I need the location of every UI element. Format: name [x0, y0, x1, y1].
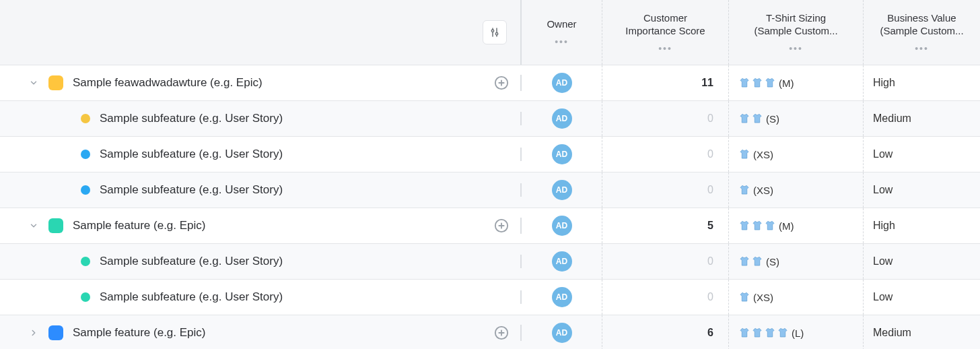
biz-cell[interactable]: High [864, 208, 980, 243]
owner-cell[interactable]: AD [522, 280, 602, 315]
row-label[interactable]: Sample subfeature (e.g. User Story) [100, 183, 510, 197]
row-label[interactable]: Sample feature (e.g. Epic) [73, 219, 493, 232]
tshirt-cell[interactable]: (XS) [729, 172, 864, 208]
svg-point-1 [491, 30, 493, 32]
score-cell[interactable]: 6 [602, 315, 729, 349]
owner-cell[interactable]: AD [522, 101, 602, 136]
color-swatch[interactable] [48, 325, 63, 340]
subfeature-row[interactable]: Sample subfeature (e.g. User Story)AD0 (… [0, 137, 980, 172]
avatar[interactable]: AD [552, 180, 572, 200]
score-cell[interactable]: 0 [602, 137, 729, 172]
avatar[interactable]: AD [552, 216, 572, 236]
row-title-cell[interactable]: Sample subfeature (e.g. User Story) [0, 255, 522, 268]
header-biz-col[interactable]: Business Value (Sample Custom... ••• [864, 0, 980, 65]
chevron-down-icon[interactable] [27, 76, 40, 90]
tshirt-icon [738, 291, 750, 303]
column-settings-button[interactable] [483, 20, 507, 44]
avatar[interactable]: AD [552, 108, 572, 129]
tshirt-cell[interactable]: (S) [729, 244, 864, 279]
biz-cell[interactable]: High [864, 65, 980, 100]
tshirt-cell[interactable]: (XS) [729, 280, 864, 315]
column-menu-icon[interactable]: ••• [555, 36, 569, 47]
owner-cell[interactable]: AD [522, 137, 602, 172]
owner-cell[interactable]: AD [522, 65, 602, 100]
row-title-cell[interactable]: Sample subfeature (e.g. User Story) [0, 112, 522, 125]
avatar[interactable]: AD [552, 287, 572, 307]
score-cell[interactable]: 0 [602, 172, 729, 208]
chevron-right-icon[interactable] [27, 326, 40, 340]
avatar[interactable]: AD [552, 144, 572, 164]
avatar[interactable]: AD [552, 73, 572, 93]
color-dot[interactable] [81, 257, 90, 266]
add-child-button[interactable] [493, 325, 510, 341]
biz-cell[interactable]: Low [864, 172, 980, 208]
column-menu-icon[interactable]: ••• [915, 43, 929, 54]
tshirt-cell[interactable]: (XS) [729, 137, 864, 172]
row-title-cell[interactable]: Sample feawadwadawture (e.g. Epic) [0, 75, 522, 91]
tshirt-icons [738, 220, 776, 232]
tshirt-icons [738, 113, 763, 125]
color-dot[interactable] [81, 292, 90, 302]
row-title-cell[interactable]: Sample subfeature (e.g. User Story) [0, 290, 522, 304]
column-menu-icon[interactable]: ••• [789, 43, 803, 54]
add-child-button[interactable] [493, 218, 510, 234]
subfeature-row[interactable]: Sample subfeature (e.g. User Story)AD0 (… [0, 172, 980, 208]
row-label[interactable]: Sample subfeature (e.g. User Story) [100, 290, 510, 304]
color-swatch[interactable] [48, 218, 63, 233]
score-cell[interactable]: 5 [602, 208, 729, 243]
score-cell[interactable]: 0 [602, 244, 729, 279]
tshirt-icons [738, 77, 776, 89]
row-label[interactable]: Sample feature (e.g. Epic) [73, 326, 493, 340]
epic-row[interactable]: Sample feawadwadawture (e.g. Epic)AD11 (… [0, 65, 980, 101]
tshirt-size-label: (M) [779, 77, 794, 89]
header-title-col [0, 0, 522, 65]
subfeature-row[interactable]: Sample subfeature (e.g. User Story)AD0 (… [0, 101, 980, 137]
tshirt-cell[interactable]: (M) [729, 208, 864, 243]
biz-cell[interactable]: Medium [864, 101, 980, 136]
owner-cell[interactable]: AD [522, 208, 602, 243]
row-label[interactable]: Sample subfeature (e.g. User Story) [100, 148, 510, 161]
row-label[interactable]: Sample feawadwadawture (e.g. Epic) [73, 76, 493, 90]
row-label[interactable]: Sample subfeature (e.g. User Story) [100, 255, 510, 268]
row-title-cell[interactable]: Sample subfeature (e.g. User Story) [0, 183, 522, 197]
chevron-down-icon[interactable] [27, 219, 40, 232]
tshirt-cell[interactable]: (S) [729, 101, 864, 136]
avatar[interactable]: AD [552, 323, 572, 343]
tshirt-cell[interactable]: (M) [729, 65, 864, 100]
biz-cell[interactable]: Low [864, 280, 980, 315]
tshirt-value: (M) [738, 220, 794, 232]
color-dot[interactable] [81, 114, 90, 123]
row-title-cell[interactable]: Sample feature (e.g. Epic) [0, 325, 522, 341]
color-swatch[interactable] [48, 75, 63, 90]
tshirt-icon [764, 77, 776, 89]
color-dot[interactable] [81, 150, 90, 159]
header-score-col[interactable]: Customer Importance Score ••• [602, 0, 729, 65]
owner-cell[interactable]: AD [522, 172, 602, 208]
add-child-button[interactable] [493, 75, 510, 91]
color-dot[interactable] [81, 185, 90, 195]
score-value: 0 [707, 255, 713, 267]
row-title-cell[interactable]: Sample subfeature (e.g. User Story) [0, 148, 522, 161]
score-cell[interactable]: 0 [602, 280, 729, 315]
column-menu-icon[interactable]: ••• [658, 43, 672, 54]
row-title-cell[interactable]: Sample feature (e.g. Epic) [0, 218, 522, 234]
owner-cell[interactable]: AD [522, 244, 602, 279]
tshirt-value: (L) [738, 327, 804, 339]
tshirt-cell[interactable]: (L) [729, 315, 864, 349]
subfeature-row[interactable]: Sample subfeature (e.g. User Story)AD0 (… [0, 280, 980, 315]
row-label[interactable]: Sample subfeature (e.g. User Story) [100, 112, 510, 125]
row-title-inner: Sample subfeature (e.g. User Story) [0, 112, 520, 125]
header-owner-col[interactable]: Owner ••• [522, 0, 602, 65]
header-tshirt-col[interactable]: T-Shirt Sizing (Sample Custom... ••• [729, 0, 864, 65]
biz-cell[interactable]: Medium [864, 315, 980, 349]
owner-cell[interactable]: AD [522, 315, 602, 349]
biz-cell[interactable]: Low [864, 244, 980, 279]
epic-row[interactable]: Sample feature (e.g. Epic)AD5 (M)High [0, 208, 980, 244]
avatar[interactable]: AD [552, 251, 572, 272]
tshirt-icon [738, 327, 750, 339]
score-cell[interactable]: 11 [602, 65, 729, 100]
epic-row[interactable]: Sample feature (e.g. Epic)AD6 (L)Medium [0, 315, 980, 349]
score-cell[interactable]: 0 [602, 101, 729, 136]
biz-cell[interactable]: Low [864, 137, 980, 172]
subfeature-row[interactable]: Sample subfeature (e.g. User Story)AD0 (… [0, 244, 980, 280]
